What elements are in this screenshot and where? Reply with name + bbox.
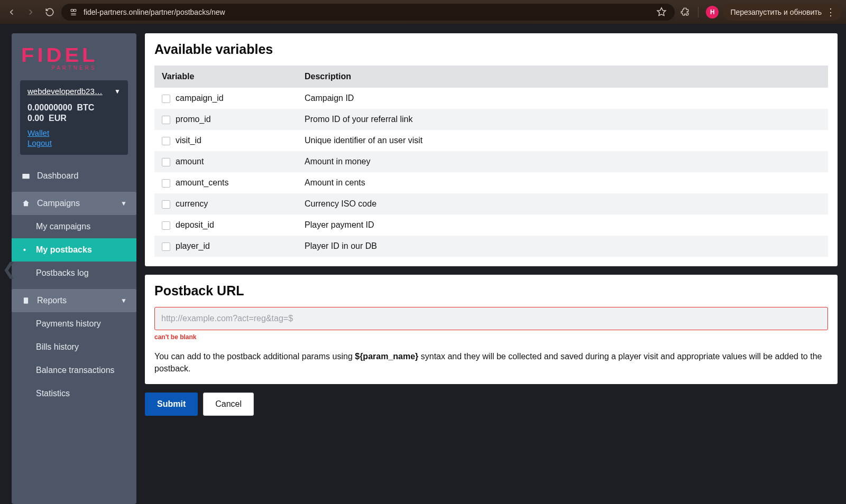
checkbox[interactable]	[162, 221, 170, 230]
user-box: webdeveloperdb23… ▼ 0.00000000 BTC 0.00 …	[20, 80, 128, 155]
url-text: fidel-partners.online/partner/postbacks/…	[84, 8, 650, 16]
logo-main: FIDEL	[21, 46, 127, 64]
hint-pre: You can add to the postback additional p…	[154, 352, 355, 361]
logo-sub: PARTNERS	[21, 65, 127, 71]
user-dropdown[interactable]: webdeveloperdb23… ▼	[27, 87, 121, 96]
address-bar[interactable]: fidel-partners.online/partner/postbacks/…	[61, 4, 675, 21]
checkbox[interactable]	[162, 179, 170, 188]
variable-name: campaign_id	[176, 94, 224, 102]
variable-description: Promo ID of your referral link	[297, 109, 828, 130]
svg-rect-0	[71, 9, 73, 11]
logo: FIDEL PARTNERS	[12, 33, 136, 75]
card-title: Postback URL	[154, 283, 828, 298]
sidebar-subitem-statistics[interactable]: Statistics	[12, 382, 136, 405]
submit-button[interactable]: Submit	[145, 393, 198, 416]
balance-eur: 0.00 EUR	[27, 114, 121, 123]
table-row: promo_idPromo ID of your referral link	[154, 109, 828, 130]
table-row: currencyCurrency ISO code	[154, 193, 828, 214]
variable-name: currency	[176, 199, 208, 208]
sidebar-subitem-balance-transactions[interactable]: Balance transactions	[12, 359, 136, 382]
svg-rect-2	[22, 174, 29, 179]
table-row: amount_centsAmount in cents	[154, 172, 828, 193]
card-title: Available variables	[154, 42, 828, 57]
cancel-button[interactable]: Cancel	[203, 393, 254, 416]
reports-icon	[21, 296, 31, 305]
reload-button[interactable]	[42, 5, 57, 20]
campaigns-icon	[21, 199, 31, 208]
checkbox[interactable]	[162, 200, 170, 209]
variable-description: Campaign ID	[297, 88, 828, 109]
wallet-link[interactable]: Wallet	[27, 128, 121, 137]
menu-dots-icon[interactable]: ⋮	[826, 7, 835, 17]
checkbox[interactable]	[162, 137, 170, 145]
sidebar-subitem-postbacks-log[interactable]: Postbacks log	[12, 262, 136, 285]
btc-amount: 0.00000000	[27, 103, 72, 112]
btc-label: BTC	[77, 103, 94, 112]
table-row: deposit_idPlayer payment ID	[154, 214, 828, 236]
dashboard-icon	[21, 172, 31, 180]
table-row: amountAmount in money	[154, 151, 828, 172]
sidebar: FIDEL PARTNERS webdeveloperdb23… ▼ 0.000…	[12, 33, 136, 504]
checkbox[interactable]	[162, 116, 170, 124]
site-settings-icon[interactable]	[69, 7, 78, 17]
variable-name: promo_id	[176, 115, 211, 124]
variable-description: Player payment ID	[297, 214, 828, 236]
chevron-down-icon: ▼	[114, 88, 121, 95]
variable-description: Currency ISO code	[297, 193, 828, 214]
variable-name: amount_cents	[176, 178, 229, 187]
relaunch-update-label: Перезапустить и обновить	[730, 8, 822, 16]
variable-description: Unique identifier of an user visit	[297, 130, 828, 151]
relaunch-update-button[interactable]: Перезапустить и обновить ⋮	[723, 4, 842, 21]
table-row: player_idPlayer ID in our DB	[154, 236, 828, 257]
variable-description: Amount in cents	[297, 172, 828, 193]
eur-amount: 0.00	[27, 114, 44, 123]
available-variables-card: Available variables Variable Description…	[145, 33, 838, 266]
sidebar-subitem-payments-history[interactable]: Payments history	[12, 312, 136, 335]
main-content: Available variables Variable Description…	[145, 33, 839, 504]
sidebar-subitem-my-campaigns[interactable]: My campaigns	[12, 215, 136, 238]
checkbox[interactable]	[162, 95, 170, 103]
extensions-icon[interactable]	[679, 6, 691, 18]
chevron-down-icon: ▼	[121, 297, 127, 304]
variable-description: Amount in money	[297, 151, 828, 172]
forward-button[interactable]	[23, 5, 38, 20]
table-row: visit_idUnique identifier of an user vis…	[154, 130, 828, 151]
variable-name: amount	[176, 157, 204, 166]
nav: Dashboard Campaigns ▼ My campaigns My po…	[12, 164, 136, 405]
browser-chrome: fidel-partners.online/partner/postbacks/…	[0, 0, 846, 24]
profile-avatar[interactable]: Н	[706, 6, 719, 18]
hint-bold: ${param_name}	[355, 352, 418, 361]
hint-text: You can add to the postback additional p…	[154, 350, 828, 375]
error-message: can't be blank	[154, 333, 828, 341]
sidebar-item-label: Reports	[37, 296, 67, 305]
postback-url-card: Postback URL can't be blank You can add …	[145, 275, 838, 384]
balance-btc: 0.00000000 BTC	[27, 103, 121, 113]
svg-rect-1	[74, 9, 76, 11]
variable-name: visit_id	[176, 136, 201, 145]
checkbox[interactable]	[162, 242, 170, 251]
sidebar-subitem-my-postbacks[interactable]: My postbacks	[12, 238, 136, 262]
postback-url-input[interactable]	[154, 307, 828, 330]
col-description: Description	[297, 66, 828, 88]
variable-name: player_id	[176, 241, 210, 250]
collapse-handle-icon[interactable]: ❮	[2, 259, 16, 279]
checkbox[interactable]	[162, 158, 170, 166]
variable-name: deposit_id	[176, 220, 214, 229]
eur-label: EUR	[49, 114, 67, 123]
back-button[interactable]	[4, 5, 19, 20]
table-row: campaign_idCampaign ID	[154, 88, 828, 109]
svg-rect-3	[24, 297, 28, 304]
bookmark-icon[interactable]	[656, 6, 667, 18]
user-name: webdeveloperdb23…	[27, 87, 103, 96]
sidebar-item-dashboard[interactable]: Dashboard	[12, 164, 136, 188]
divider	[698, 7, 698, 17]
sidebar-item-campaigns[interactable]: Campaigns ▼	[12, 192, 136, 215]
sidebar-item-reports[interactable]: Reports ▼	[12, 289, 136, 312]
chevron-down-icon: ▼	[121, 200, 127, 207]
sidebar-item-label: Dashboard	[37, 171, 78, 181]
col-variable: Variable	[154, 66, 297, 88]
sidebar-subitem-bills-history[interactable]: Bills history	[12, 335, 136, 359]
action-buttons: Submit Cancel	[145, 393, 838, 416]
sidebar-item-label: Campaigns	[37, 199, 80, 208]
logout-link[interactable]: Logout	[27, 138, 121, 147]
